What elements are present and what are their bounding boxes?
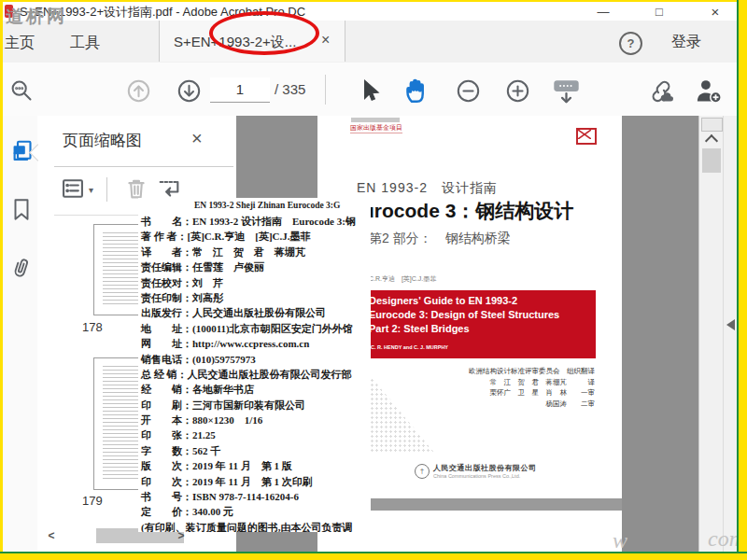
next-page-icon[interactable] (176, 78, 202, 104)
tab-document[interactable]: S+EN+1993-2+设... × (159, 21, 345, 62)
minimize-button[interactable]: — (589, 3, 617, 21)
tab-tools[interactable]: 工具 (70, 34, 100, 53)
cover-banner: Designers' Guide to EN 1993-2 Eurocode 3… (360, 290, 596, 358)
translators-line1: 常 江 贺 君 蒋堋芃 译 (469, 377, 595, 388)
watermark-fragment: com (708, 526, 745, 552)
scrollbar-top-box (701, 118, 723, 132)
help-icon[interactable]: ? (619, 32, 642, 55)
frame-border-bottom (0, 553, 747, 560)
zoom-preset-icon[interactable] (551, 77, 582, 105)
search-icon[interactable] (9, 78, 35, 104)
main-toolbar: 1 / 335 (3, 63, 737, 117)
site-watermark: 道桥网 (6, 5, 67, 29)
bookmarks-icon[interactable] (9, 196, 34, 224)
tab-close-icon[interactable]: × (321, 32, 330, 49)
navigation-sidebar (3, 116, 38, 552)
thumbnail-label: 179 (82, 494, 103, 508)
tab-home[interactable]: 主页 (5, 34, 35, 53)
scroll-up-icon[interactable] (705, 134, 718, 147)
panel-title: 页面缩略图 (63, 130, 142, 151)
watermark-fragment: w (613, 528, 627, 553)
cover-title: Eurocode 3：钢结构设计 (349, 198, 573, 224)
close-button[interactable]: × (701, 3, 729, 21)
cover-series: EN 1993-2 设计指南 (357, 180, 498, 197)
maximize-button[interactable]: □ (645, 3, 673, 21)
publisher-logo-icon (576, 128, 597, 145)
copyright-pinyin: EN 1993-2 Sheji Zhinan Eurocode 3:G (194, 201, 340, 210)
cover-fund-label: 国家出版基金项目 (350, 123, 402, 133)
divider (54, 166, 233, 167)
publisher-emblem-icon: † (415, 464, 430, 479)
banner-line3: Part 2: Steel Bridges (369, 323, 470, 334)
banner-authors: C. R. HENDY and C. J. MURPHY (371, 344, 448, 350)
translators-line3: 杨国涛 二审 (469, 399, 595, 410)
frame-border-right (739, 0, 747, 560)
toolbar-separator (325, 75, 326, 105)
expand-tools-pane-icon[interactable] (726, 319, 735, 330)
previous-page-icon[interactable] (126, 78, 151, 104)
thumbnail-label: 178 (82, 320, 103, 334)
share-link-icon[interactable] (647, 78, 675, 105)
hand-tool-icon[interactable] (402, 76, 430, 105)
panel-close-icon[interactable]: × (191, 128, 203, 149)
select-tool-icon[interactable] (358, 77, 382, 104)
banner-line2: Eurocode 3: Design of Steel Structures (369, 309, 559, 320)
cover-subtitle: 第2 部分： 钢结构桥梁 (369, 231, 511, 247)
cover-smudge (351, 118, 400, 122)
publisher-name-cn: 人民交通出版社股份有限公司 (433, 463, 537, 473)
vertical-scrollbar[interactable] (698, 116, 724, 552)
chevron-down-icon[interactable]: ▾ (89, 185, 93, 195)
tab-document-label: S+EN+1993-2+设... (174, 34, 296, 51)
copyright-lines: 书 名：EN 1993-2 设计指南 Eurocode 3:钢 著 作 者：[英… (141, 214, 371, 532)
banner-line1: Designers' Guide to EN 1993-2 (369, 295, 517, 306)
publisher-name-en: China Communications Press Co.,Ltd. (433, 473, 537, 479)
tab-bar: 主页 工具 S+EN+1993-2+设... × ? 登录 (3, 21, 737, 63)
page-total-label: / 335 (275, 81, 305, 97)
vertical-scrollbar-thumb[interactable] (702, 148, 721, 173)
translators-org: 欧洲结构设计标准评审委员会 组织翻译 (469, 366, 595, 377)
publisher-block: † 人民交通出版社股份有限公司 China Communications Pre… (415, 463, 537, 479)
zoom-in-icon[interactable] (505, 78, 530, 104)
attachments-icon[interactable] (9, 254, 34, 282)
copyright-footer: (有印刷、装订质量问题的图书,由本公司负责调 (141, 520, 371, 532)
frame-border-bottom-green (0, 552, 747, 553)
login-button[interactable]: 登录 (671, 33, 701, 52)
cover-gray-band (367, 498, 622, 511)
cover-halftone-pattern (360, 364, 435, 454)
cover-translators: 欧洲结构设计标准评审委员会 组织翻译 常 江 贺 君 蒋堋芃 译 栗怀广 卫 星… (469, 366, 595, 409)
divider (106, 177, 107, 202)
fill-sign-user-icon[interactable] (694, 77, 723, 105)
zoom-out-icon[interactable] (456, 78, 481, 104)
copyright-page-overlay: EN 1993-2 Sheji Zhinan Eurocode 3:G 书 名：… (138, 198, 371, 532)
title-bar: S+EN+1993-2+设计指南.pdf - Adobe Acrobat Pro… (3, 2, 737, 21)
page-number-input[interactable]: 1 (210, 77, 270, 103)
acrobat-window: S+EN+1993-2+设计指南.pdf - Adobe Acrobat Pro… (0, 0, 747, 560)
thumbnail-options-icon[interactable] (60, 175, 88, 203)
scroll-left-icon[interactable]: < (43, 526, 60, 545)
translators-line2: 栗怀广 卫 星 肖 林 一审 (469, 387, 595, 399)
tools-pane-strip: com (723, 116, 738, 552)
